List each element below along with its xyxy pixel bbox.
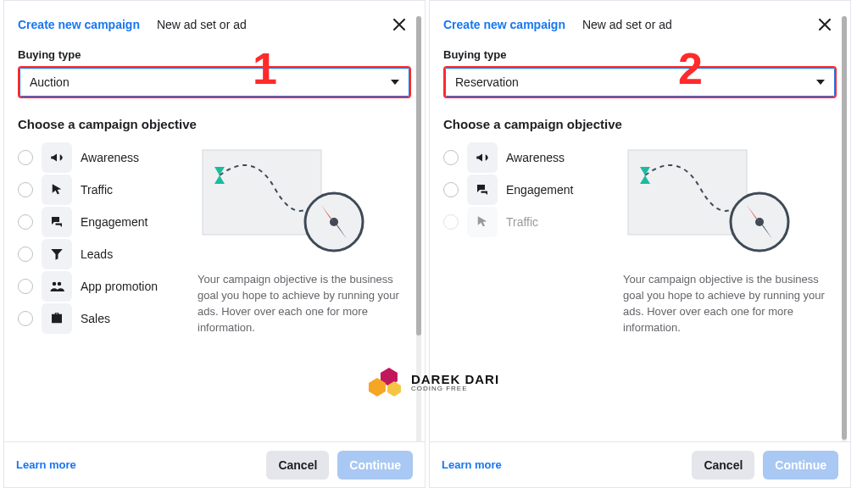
chat-icon: [42, 207, 72, 237]
svg-rect-2: [203, 150, 321, 235]
scrollbar-thumb[interactable]: [416, 16, 421, 336]
buying-type-label: Buying type: [443, 48, 837, 61]
chat-icon: [467, 175, 498, 205]
objective-label: Engagement: [81, 215, 147, 229]
campaign-dialog-panel-1: Create new campaign New ad set or ad Buy…: [3, 0, 426, 488]
tab-create-campaign[interactable]: Create new campaign: [443, 18, 565, 31]
objective-label: Traffic: [81, 183, 113, 197]
radio-icon[interactable]: [443, 150, 459, 165]
cancel-button[interactable]: Cancel: [266, 451, 329, 480]
svg-point-0: [53, 282, 57, 286]
objective-heading: Choose a campaign objective: [443, 117, 837, 131]
watermark-sub: CODING FREE: [411, 385, 499, 392]
objective-engagement[interactable]: Engagement: [443, 174, 613, 206]
learn-more-link[interactable]: Learn more: [16, 458, 76, 471]
buying-type-value: Reservation: [455, 75, 816, 89]
objective-label: Traffic: [506, 215, 538, 229]
objective-sales[interactable]: Sales: [18, 302, 187, 335]
cursor-icon: [42, 175, 72, 205]
objective-label: App promotion: [81, 280, 158, 293]
buying-type-value: Auction: [30, 75, 391, 89]
radio-icon[interactable]: [18, 247, 33, 262]
buying-type-label: Buying type: [18, 48, 411, 61]
objective-label: Awareness: [81, 151, 139, 164]
tab-new-ad[interactable]: New ad set or ad: [157, 18, 247, 31]
objective-label: Engagement: [506, 183, 573, 197]
megaphone-icon: [467, 142, 498, 173]
cancel-button[interactable]: Cancel: [692, 451, 754, 480]
learn-more-link[interactable]: Learn more: [442, 458, 502, 471]
dialog-tabs: Create new campaign New ad set or ad: [18, 13, 411, 36]
hexagon-logo-icon: [369, 368, 406, 396]
watermark-logo: DAREK DARI CODING FREE: [369, 368, 499, 396]
objective-traffic-disabled: Traffic: [443, 206, 613, 238]
objective-traffic[interactable]: Traffic: [18, 174, 187, 206]
objective-awareness[interactable]: Awareness: [443, 141, 613, 174]
tab-new-ad[interactable]: New ad set or ad: [582, 18, 672, 31]
buying-type-select[interactable]: Auction: [18, 66, 411, 98]
radio-icon[interactable]: [18, 182, 33, 197]
objective-app-promotion[interactable]: App promotion: [18, 270, 187, 302]
scrollbar-track[interactable]: [416, 16, 421, 472]
briefcase-icon: [42, 303, 72, 334]
objective-help-text: Your campaign objective is the business …: [194, 272, 411, 336]
cursor-icon: [467, 207, 498, 237]
objective-label: Awareness: [506, 151, 565, 164]
campaign-dialog-panel-2: Create new campaign New ad set or ad Buy…: [429, 0, 851, 488]
annotation-marker-2: 2: [678, 43, 703, 94]
buying-type-select[interactable]: Reservation: [443, 66, 837, 98]
objective-label: Sales: [81, 312, 110, 325]
objective-heading: Choose a campaign objective: [18, 117, 411, 131]
megaphone-icon: [42, 142, 72, 173]
tab-create-campaign[interactable]: Create new campaign: [18, 18, 140, 31]
continue-button[interactable]: Continue: [337, 451, 413, 480]
radio-icon[interactable]: [18, 311, 33, 326]
svg-point-1: [58, 282, 62, 286]
scrollbar-track[interactable]: [842, 16, 847, 472]
radio-icon: [443, 214, 459, 230]
svg-rect-9: [628, 150, 747, 235]
radio-icon[interactable]: [18, 279, 33, 294]
compass-map-illustration: [194, 141, 372, 260]
close-icon[interactable]: [387, 13, 411, 36]
watermark-title: DAREK DARI: [411, 373, 499, 385]
annotation-marker-1: 1: [253, 43, 277, 94]
continue-button[interactable]: Continue: [763, 451, 838, 480]
compass-map-illustration: [620, 141, 798, 260]
scrollbar-thumb[interactable]: [842, 16, 847, 440]
objective-leads[interactable]: Leads: [18, 238, 187, 270]
objective-awareness[interactable]: Awareness: [18, 141, 187, 174]
chevron-down-icon: [816, 80, 825, 85]
close-icon[interactable]: [813, 13, 837, 36]
people-icon: [42, 271, 72, 302]
radio-icon[interactable]: [18, 214, 33, 230]
objective-help-text: Your campaign objective is the business …: [620, 272, 837, 336]
objective-engagement[interactable]: Engagement: [18, 206, 187, 238]
radio-icon[interactable]: [18, 150, 33, 165]
objective-label: Leads: [81, 247, 113, 261]
funnel-icon: [42, 239, 72, 269]
dialog-tabs: Create new campaign New ad set or ad: [443, 13, 837, 36]
chevron-down-icon: [391, 80, 399, 85]
radio-icon[interactable]: [443, 182, 459, 197]
